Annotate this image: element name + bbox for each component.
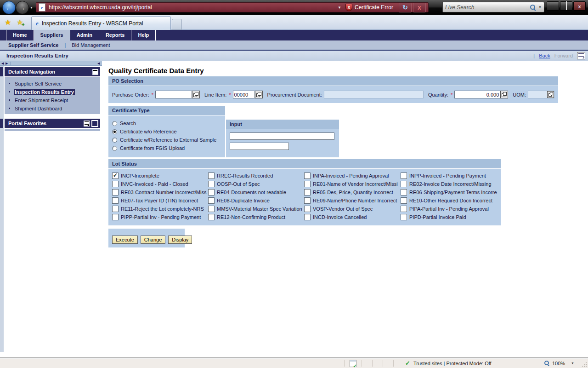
search-input[interactable] [445,4,530,11]
resize-grip[interactable] [586,366,587,367]
portal-back-link[interactable]: Back [539,53,550,58]
radio-icon[interactable] [112,138,117,143]
lot-status-option[interactable]: RE12-Non-Confirming Product [208,213,304,221]
checkbox-icon[interactable] [208,197,215,204]
scroll-right-icon[interactable] [6,61,8,66]
sidebar-item-inspection-results-entry[interactable]: Inspection Results Entry [5,88,100,97]
checkbox-icon[interactable] [304,181,311,187]
minimize-button[interactable] [547,1,559,11]
input-field-1[interactable] [230,132,334,140]
checkbox-icon[interactable] [304,197,311,204]
certificate-type-option-search[interactable]: Search [112,119,225,127]
favorites-tray-icon[interactable] [91,120,98,127]
checkbox-icon[interactable] [112,206,119,212]
lot-status-option[interactable]: RE05-Des, Price, Quantity Incorrect [304,188,401,196]
collapse-panel-icon[interactable] [97,61,100,66]
scroll-left-icon[interactable] [1,61,4,66]
sidebar-item-label[interactable]: Supplier Self Service [14,80,62,87]
lot-status-option[interactable]: INCD-Invoice Cancelled [304,213,401,221]
zoom-control[interactable]: 100% [544,360,574,366]
checkbox-icon[interactable] [304,214,311,220]
checkbox-icon[interactable] [208,181,215,187]
radio-icon[interactable] [112,129,117,134]
line-item-value-help-icon[interactable] [255,91,263,98]
checkbox-icon[interactable] [304,189,311,196]
certificate-type-option-external-sample[interactable]: Certificate w/Reference to External Samp… [112,136,225,144]
lot-status-option[interactable]: RE01-Name of Vendor Incorrect/Missi [304,180,401,188]
new-tab-button[interactable] [172,19,182,30]
browser-forward-button[interactable]: → [16,1,29,14]
lot-status-option[interactable]: RE06-Shipping/Payment Terms Incorre [401,188,499,196]
url-text[interactable]: https://wbscmint.wbscm.usda.gov/irj/port… [49,4,152,11]
history-menu-icon[interactable] [577,52,585,59]
checkbox-icon[interactable] [112,189,119,196]
checkbox-icon[interactable] [112,172,119,179]
lot-status-option[interactable]: RE04-Documents not readable [208,188,304,196]
quantity-input[interactable] [454,91,500,98]
lot-status-option[interactable]: RE09-Name/Phone Number Incorrect [304,196,401,205]
purchase-order-input[interactable] [155,91,192,98]
certificate-type-option-fgis-upload[interactable]: Certificate from FGIS Upload [112,144,225,152]
checkbox-icon[interactable] [208,189,215,196]
certificate-error-button[interactable]: Certificate Error [355,4,393,11]
quantity-value-help-icon[interactable] [500,91,508,98]
sidebar-item-label[interactable]: Shipment Dashboard [14,105,63,112]
nav-tab-suppliers[interactable]: Suppliers [34,30,70,40]
checkbox-icon[interactable] [401,206,407,212]
nav-tab-home[interactable]: Home [6,30,34,40]
search-dropdown-icon[interactable] [538,6,542,9]
line-item-input[interactable] [233,91,255,98]
checkbox-icon[interactable] [401,181,407,187]
input-field-2[interactable] [230,143,289,150]
lot-status-option[interactable]: VOSP-Vendor Out of Spec [304,205,401,213]
lot-status-option[interactable]: RE08-Duplicate Invoice [208,196,304,205]
certificate-type-option-wo-reference[interactable]: Certificate w/o Reference [112,127,225,136]
sidebar-item-label[interactable]: Inspection Results Entry [14,89,75,95]
restore-button[interactable] [560,1,572,11]
checkbox-icon[interactable] [208,206,215,212]
live-search-box[interactable] [442,2,544,12]
checkbox-icon[interactable] [304,172,311,179]
browser-tab[interactable]: Inspection Results Entry - WBSCM Portal [31,16,171,30]
security-zone-status[interactable]: Trusted sites | Protected Mode: Off [405,360,492,367]
lot-status-option[interactable]: RE07-Tax Payer ID (TIN) Incorrect [112,196,208,205]
sidebar-item-enter-shipment-receipt[interactable]: Enter Shipment Receipt [5,97,100,105]
lot-status-option[interactable]: OOSP-Out of Spec [208,180,304,188]
lot-status-option[interactable]: INPA-Invoiced - Pending Approval [304,172,401,180]
checkbox-icon[interactable] [401,172,407,179]
address-bar[interactable]: https://wbscmint.wbscm.usda.gov/irj/port… [36,2,429,12]
close-button[interactable] [573,1,586,11]
lot-status-option[interactable]: PIPD-Partial Invoice Paid [401,213,499,221]
lot-status-option[interactable]: PIPA-Partial Inv - Pending Approval [401,205,499,213]
refresh-button[interactable] [399,3,412,12]
display-button[interactable]: Display [168,236,192,244]
nav-tab-help[interactable]: Help [131,30,156,40]
uom-value-help-icon[interactable] [547,91,554,98]
address-dropdown-icon[interactable] [338,6,341,10]
zoom-dropdown-icon[interactable] [571,362,574,365]
radio-icon[interactable] [112,121,117,126]
submenu-bid-management[interactable]: Bid Management [72,42,110,48]
lot-status-option[interactable]: RE11-Reject the Lot completely-NRS [112,205,208,213]
checkbox-icon[interactable] [112,214,119,220]
lot-status-option[interactable]: RE03-Contract Number Incorrect/Miss [112,188,208,196]
execute-button[interactable]: Execute [112,236,138,244]
lot-status-option[interactable]: PIPP-Partial Inv - Pending Payment [112,213,208,221]
sidebar-item-label[interactable]: Enter Shipment Receipt [14,97,69,104]
checkbox-icon[interactable] [401,197,407,204]
favorites-list-icon[interactable] [84,121,90,126]
stop-button[interactable] [413,3,426,12]
submenu-supplier-self-service[interactable]: Supplier Self Service [8,42,58,48]
recent-pages-dropdown-icon[interactable] [30,6,33,9]
checkbox-icon[interactable] [112,197,119,204]
lot-status-option[interactable]: RREC-Results Recorded [208,172,304,180]
nav-tab-admin[interactable]: Admin [70,30,99,40]
lot-status-option[interactable]: INPP-Invoiced - Pending Payment [401,172,499,180]
lot-status-option[interactable]: INVC-Invoiced - Paid - Closed [112,180,208,188]
search-icon[interactable] [530,4,536,11]
sidebar-item-shipment-dashboard[interactable]: Shipment Dashboard [5,105,100,113]
browser-back-button[interactable]: ← [2,1,16,14]
lot-status-option[interactable]: RE02-Invoice Date Incorrect/Missing [401,180,499,188]
checkbox-icon[interactable] [304,206,311,212]
favorites-star-icon[interactable] [5,18,11,27]
